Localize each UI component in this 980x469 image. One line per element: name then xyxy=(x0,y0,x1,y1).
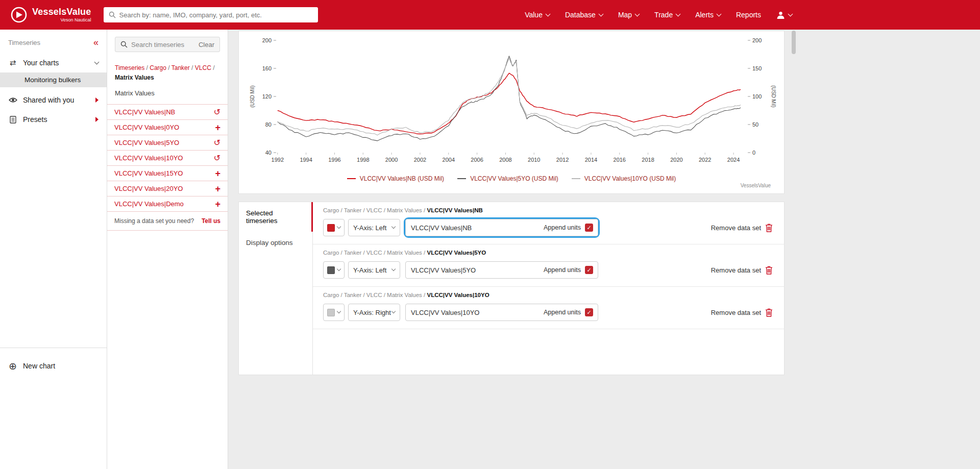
svg-text:1996: 1996 xyxy=(328,157,340,163)
legend-item[interactable]: VLCC|VV Values|NB (USD Mil) xyxy=(347,175,444,182)
dataset-name-input[interactable] xyxy=(406,224,544,232)
brand-name: VesselsValue xyxy=(32,7,91,16)
legend-swatch xyxy=(572,178,580,179)
clear-search-button[interactable]: Clear xyxy=(199,41,214,48)
trash-icon xyxy=(765,266,773,275)
breadcrumb-link[interactable]: Cargo xyxy=(150,64,166,71)
chevron-down-icon xyxy=(337,225,341,229)
selected-timeseries-panel: Selected timeseries Display options Carg… xyxy=(238,202,785,375)
add-icon[interactable]: + xyxy=(215,169,220,178)
legend-label: VLCC|VV Values|10YO (USD Mil) xyxy=(584,175,676,182)
svg-text:2018: 2018 xyxy=(642,157,654,163)
svg-text:1994: 1994 xyxy=(300,157,312,163)
svg-text:2024: 2024 xyxy=(727,157,740,163)
remove-dataset-button[interactable]: Remove data set xyxy=(711,266,773,275)
folder-matrix-values[interactable]: Matrix Values xyxy=(107,85,228,104)
breadcrumb-link[interactable]: VLCC xyxy=(195,64,211,71)
chevron-down-icon xyxy=(788,11,793,16)
add-icon[interactable]: + xyxy=(215,200,220,209)
y-axis-select[interactable]: Y-Axis: Left xyxy=(348,261,400,279)
svg-text:2022: 2022 xyxy=(699,157,711,163)
timeseries-item[interactable]: VLCC|VV Values|5YO ↺ xyxy=(107,135,228,151)
append-units-label[interactable]: Append units xyxy=(544,309,581,316)
color-swatch xyxy=(327,309,335,316)
timeseries-item[interactable]: VLCC|VV Values|10YO ↺ xyxy=(107,151,228,166)
chevron-down-icon xyxy=(676,11,681,16)
breadcrumb-link[interactable]: Tanker xyxy=(172,64,190,71)
svg-text:(USD Mil): (USD Mil) xyxy=(250,85,255,107)
vesselsvalue-logo-icon xyxy=(10,6,28,23)
timeseries-chart[interactable]: 4080120160200050100150200199219941996199… xyxy=(239,31,785,194)
svg-text:200: 200 xyxy=(262,37,272,43)
legend-item[interactable]: VLCC|VV Values|5YO (USD Mil) xyxy=(457,175,558,182)
append-units-checkbox[interactable]: ✓ xyxy=(585,308,593,316)
svg-text:2016: 2016 xyxy=(614,157,626,163)
undo-icon[interactable]: ↺ xyxy=(214,108,220,116)
remove-dataset-button[interactable]: Remove data set xyxy=(711,224,773,232)
dataset-name-input[interactable] xyxy=(406,266,544,274)
svg-text:1992: 1992 xyxy=(272,157,284,163)
y-axis-select[interactable]: Y-Axis: Left xyxy=(348,219,400,236)
brand-logo[interactable]: VesselsValue Veson Nautical xyxy=(10,6,91,23)
nav-item-database[interactable]: Database xyxy=(565,11,603,19)
legend-label: VLCC|VV Values|5YO (USD Mil) xyxy=(470,175,558,182)
sidebar-item-presets[interactable]: Presets xyxy=(0,110,107,129)
chart-item-monitoring-bulkers[interactable]: Monitoring bulkers xyxy=(0,72,107,87)
sidebar-item-shared-with-you[interactable]: Shared with you xyxy=(0,90,107,110)
global-search-input[interactable] xyxy=(119,11,313,19)
timeseries-item[interactable]: VLCC|VV Values|Demo + xyxy=(107,196,228,212)
timeseries-item[interactable]: VLCC|VV Values|0YO + xyxy=(107,120,228,135)
tell-us-link[interactable]: Tell us xyxy=(202,217,220,225)
append-units-label[interactable]: Append units xyxy=(544,266,581,274)
svg-text:150: 150 xyxy=(752,65,762,71)
color-select[interactable] xyxy=(323,261,345,279)
sidebar-item-your-charts[interactable]: ⇄ Your charts xyxy=(0,53,107,72)
timeseries-item[interactable]: VLCC|VV Values|15YO + xyxy=(107,166,228,181)
append-units-checkbox[interactable]: ✓ xyxy=(585,224,593,232)
svg-text:120: 120 xyxy=(262,93,272,100)
append-units-checkbox[interactable]: ✓ xyxy=(585,266,593,274)
nav-item-map[interactable]: Map xyxy=(618,11,639,19)
undo-icon[interactable]: ↺ xyxy=(214,139,220,147)
chevron-down-icon xyxy=(717,11,722,16)
timeseries-search-input[interactable] xyxy=(131,41,195,48)
add-icon[interactable]: + xyxy=(215,184,220,193)
timeseries-item[interactable]: VLCC|VV Values|NB ↺ xyxy=(107,105,228,120)
collapse-sidebar-icon[interactable]: « xyxy=(93,38,99,47)
legend-swatch xyxy=(347,178,356,179)
tab-display-options[interactable]: Display options xyxy=(239,232,312,254)
focus-ring: Append units ✓ xyxy=(404,217,600,238)
y-axis-select[interactable]: Y-Axis: Right xyxy=(348,304,400,321)
nav-item-trade[interactable]: Trade xyxy=(654,11,680,19)
legend-item[interactable]: VLCC|VV Values|10YO (USD Mil) xyxy=(572,175,676,182)
add-icon[interactable]: + xyxy=(215,123,220,132)
breadcrumb-link[interactable]: Timeseries xyxy=(115,64,144,71)
undo-icon[interactable]: ↺ xyxy=(214,154,220,162)
append-units-label[interactable]: Append units xyxy=(544,224,581,231)
nav-item-value[interactable]: Value xyxy=(525,11,550,19)
content-scrollbar[interactable] xyxy=(792,31,796,54)
dataset-breadcrumb: Cargo / Tanker / VLCC / Matrix Values / … xyxy=(323,207,773,213)
user-icon xyxy=(776,11,785,19)
new-chart-button[interactable]: ⊕ New chart xyxy=(0,356,107,376)
timeseries-search[interactable]: Clear xyxy=(115,37,220,52)
search-icon xyxy=(120,41,128,48)
color-swatch xyxy=(327,266,335,274)
color-select[interactable] xyxy=(323,304,345,321)
arrow-right-icon xyxy=(95,97,99,103)
nav-item-alerts[interactable]: Alerts xyxy=(695,11,721,19)
chart-legend: VLCC|VV Values|NB (USD Mil)VLCC|VV Value… xyxy=(239,175,784,182)
focus-ring: Append units ✓ xyxy=(404,302,600,323)
global-search[interactable] xyxy=(104,7,318,22)
color-select[interactable] xyxy=(323,219,345,236)
remove-dataset-button[interactable]: Remove data set xyxy=(711,308,773,317)
focus-ring: Append units ✓ xyxy=(404,260,600,280)
nav-item-reports[interactable]: Reports xyxy=(736,11,761,19)
color-swatch xyxy=(327,224,335,232)
dataset-name-input[interactable] xyxy=(406,309,544,316)
tab-selected-timeseries[interactable]: Selected timeseries xyxy=(239,202,312,232)
svg-text:50: 50 xyxy=(752,121,758,128)
user-menu[interactable] xyxy=(776,11,792,19)
timeseries-item[interactable]: VLCC|VV Values|20YO + xyxy=(107,181,228,196)
topbar: VesselsValue Veson Nautical Value Databa… xyxy=(0,0,980,30)
